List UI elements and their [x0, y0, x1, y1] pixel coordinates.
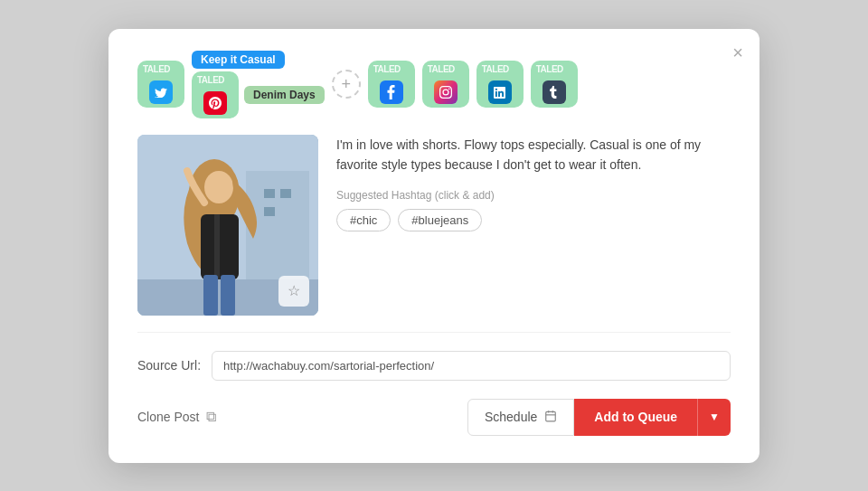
brand-label: TALED [197, 75, 224, 85]
post-image: ☆ [137, 135, 318, 316]
add-account-button[interactable]: + [332, 70, 361, 99]
accounts-row: TALED Keep it Casual TALED [137, 51, 731, 118]
account-tile-facebook[interactable]: TALED [368, 61, 415, 108]
svg-rect-5 [264, 207, 275, 216]
svg-rect-9 [203, 275, 218, 316]
hashtag-chip-chic[interactable]: #chic [336, 209, 391, 231]
hashtag-section: Suggested Hashtag (click & add) #chic #b… [336, 189, 731, 231]
brand-label: TALED [143, 64, 170, 74]
star-button[interactable]: ☆ [278, 276, 309, 307]
denim-days-chip[interactable]: Denim Days [244, 86, 325, 104]
close-button[interactable]: × [732, 43, 743, 61]
account-tile-linkedin[interactable]: TALED [476, 61, 524, 108]
pinterest-icon [203, 91, 227, 115]
modal-dialog: × TALED Keep it Casual TALED [108, 29, 760, 463]
account-tile-tumblr[interactable]: TALED [531, 61, 578, 108]
source-label: Source Url: [137, 358, 201, 373]
clone-icon: ⧉ [206, 409, 216, 425]
tumblr-icon [542, 80, 566, 104]
account-tile-instagram[interactable]: TALED [422, 61, 469, 108]
clone-post-label: Clone Post [137, 410, 199, 424]
content-area: ☆ I'm in love with shorts. Flowy tops es… [137, 135, 731, 316]
post-caption: I'm in love with shorts. Flowy tops espe… [336, 135, 731, 175]
svg-rect-11 [546, 411, 556, 421]
account-tile-pinterest[interactable]: TALED [192, 71, 239, 118]
svg-rect-3 [264, 189, 275, 198]
footer-row: Clone Post ⧉ Schedule Add to Queue ▼ [137, 399, 731, 436]
clone-post-button[interactable]: Clone Post ⧉ [137, 409, 216, 425]
action-buttons: Schedule Add to Queue ▼ [467, 399, 731, 436]
divider [137, 332, 731, 333]
hashtag-chip-bluejeans[interactable]: #bluejeans [398, 209, 482, 231]
hashtag-section-label: Suggested Hashtag (click & add) [336, 189, 731, 202]
linkedin-icon [488, 80, 512, 104]
post-text-area: I'm in love with shorts. Flowy tops espe… [336, 135, 731, 316]
source-row: Source Url: [137, 347, 731, 381]
account-tile-twitter[interactable]: TALED [137, 61, 184, 108]
calendar-icon [544, 410, 557, 425]
selected-account-group: Keep it Casual TALED Denim Days [192, 51, 325, 118]
brand-label: TALED [373, 64, 401, 74]
svg-rect-10 [221, 275, 235, 316]
schedule-label: Schedule [485, 410, 537, 424]
brand-label: TALED [482, 64, 509, 74]
add-to-queue-button[interactable]: Add to Queue [574, 399, 697, 436]
hashtag-chips: #chic #bluejeans [336, 209, 731, 231]
svg-point-7 [204, 171, 233, 203]
source-url-input[interactable] [212, 351, 731, 381]
brand-label: TALED [428, 64, 455, 74]
keep-it-casual-chip[interactable]: Keep it Casual [192, 51, 285, 69]
queue-dropdown-button[interactable]: ▼ [697, 399, 731, 436]
svg-rect-4 [280, 189, 291, 198]
brand-label: TALED [536, 64, 563, 74]
schedule-button[interactable]: Schedule [467, 399, 574, 436]
facebook-icon [380, 80, 403, 104]
twitter-icon [149, 80, 173, 104]
instagram-icon [434, 80, 458, 104]
chevron-down-icon: ▼ [709, 411, 720, 423]
